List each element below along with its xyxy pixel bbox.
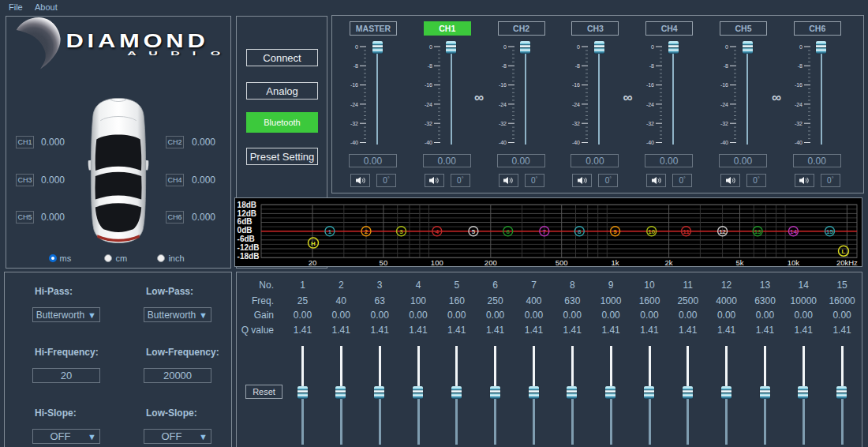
- svg-text:20kHz: 20kHz: [836, 258, 858, 266]
- svg-text:1k: 1k: [612, 258, 619, 266]
- svg-text:15: 15: [826, 228, 833, 235]
- svg-text:-24: -24: [498, 102, 506, 107]
- svg-text:5k: 5k: [735, 258, 743, 266]
- svg-text:-40: -40: [498, 140, 506, 145]
- svg-text:H: H: [311, 240, 316, 247]
- svg-text:12: 12: [719, 228, 726, 235]
- svg-text:-24: -24: [425, 102, 432, 107]
- svg-text:-24: -24: [795, 102, 803, 107]
- svg-text:9: 9: [613, 228, 617, 235]
- svg-text:18dB: 18dB: [238, 201, 256, 209]
- svg-text:0: 0: [429, 44, 432, 50]
- svg-text:-8: -8: [798, 63, 803, 69]
- svg-text:-32: -32: [795, 121, 803, 126]
- svg-text:-32: -32: [425, 121, 432, 126]
- svg-text:0: 0: [651, 44, 654, 50]
- svg-text:-16: -16: [425, 82, 432, 88]
- svg-text:50: 50: [380, 258, 388, 266]
- svg-text:200: 200: [485, 258, 497, 266]
- svg-text:-16: -16: [795, 82, 803, 88]
- svg-text:-16: -16: [350, 82, 358, 88]
- svg-text:7: 7: [543, 228, 547, 235]
- svg-text:5: 5: [472, 228, 476, 235]
- svg-text:10k: 10k: [788, 258, 800, 266]
- svg-text:2k: 2k: [665, 258, 673, 266]
- svg-text:-32: -32: [572, 121, 580, 126]
- svg-text:6: 6: [506, 228, 510, 235]
- svg-text:-40: -40: [350, 140, 358, 145]
- svg-text:-24: -24: [720, 102, 728, 107]
- svg-text:14: 14: [790, 228, 797, 235]
- svg-text:-8: -8: [428, 63, 432, 69]
- svg-text:0: 0: [725, 44, 728, 50]
- svg-text:20: 20: [309, 258, 317, 266]
- svg-text:-32: -32: [646, 121, 654, 126]
- svg-text:0: 0: [355, 44, 358, 50]
- svg-text:-18dB: -18dB: [238, 252, 260, 261]
- svg-text:4: 4: [436, 228, 440, 235]
- svg-text:0dB: 0dB: [238, 226, 253, 235]
- svg-text:-24: -24: [572, 102, 580, 107]
- svg-text:-8: -8: [354, 63, 358, 69]
- svg-text:-16: -16: [720, 82, 728, 88]
- svg-text:3: 3: [399, 228, 403, 235]
- svg-text:L: L: [842, 248, 846, 255]
- svg-text:-8: -8: [501, 63, 506, 69]
- svg-text:100: 100: [431, 258, 443, 266]
- svg-text:0: 0: [799, 44, 803, 50]
- svg-text:-40: -40: [646, 140, 654, 145]
- svg-text:10: 10: [648, 228, 655, 235]
- svg-text:-12dB: -12dB: [238, 243, 260, 252]
- svg-text:-40: -40: [425, 140, 432, 145]
- svg-text:-32: -32: [498, 121, 506, 126]
- svg-text:-40: -40: [720, 140, 728, 145]
- svg-text:12dB: 12dB: [238, 209, 256, 218]
- svg-text:-16: -16: [498, 82, 506, 88]
- svg-text:-8: -8: [724, 63, 728, 69]
- svg-text:-32: -32: [720, 121, 728, 126]
- svg-text:2: 2: [365, 228, 369, 235]
- svg-text:-6dB: -6dB: [238, 235, 255, 243]
- svg-text:-32: -32: [350, 121, 358, 126]
- svg-text:-16: -16: [572, 82, 580, 88]
- svg-text:6dB: 6dB: [238, 217, 253, 226]
- svg-text:13: 13: [754, 228, 761, 235]
- svg-text:-24: -24: [646, 102, 654, 107]
- svg-text:0: 0: [577, 44, 580, 50]
- svg-text:-40: -40: [795, 140, 803, 145]
- svg-text:-24: -24: [350, 102, 358, 107]
- svg-text:-8: -8: [649, 63, 654, 69]
- svg-text:-16: -16: [646, 82, 654, 88]
- svg-text:8: 8: [578, 228, 582, 235]
- svg-text:-40: -40: [572, 140, 580, 145]
- svg-text:1: 1: [328, 228, 332, 235]
- svg-text:11: 11: [683, 228, 690, 235]
- svg-text:500: 500: [556, 258, 568, 266]
- svg-text:-8: -8: [575, 63, 580, 69]
- svg-text:0: 0: [503, 44, 507, 50]
